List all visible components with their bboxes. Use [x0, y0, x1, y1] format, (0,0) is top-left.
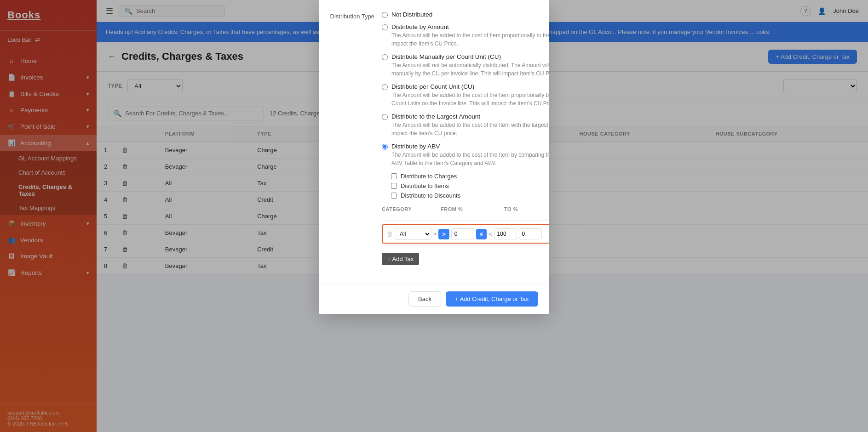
gt-button[interactable]: >	[438, 229, 449, 239]
opt-title: Distribute to the Largest Amount	[391, 113, 549, 120]
dist-radio-by-amount[interactable]	[382, 24, 388, 30]
checkbox-label: Distribute to Charges	[401, 173, 457, 180]
dist-radio-per-cu[interactable]	[382, 84, 388, 90]
dist-radio-manually-cu[interactable]	[382, 54, 388, 60]
checkbox-discounts[interactable]	[391, 193, 397, 199]
lt-symbol: <	[489, 231, 492, 238]
amount-gallon-input[interactable]	[519, 228, 542, 239]
opt-desc: The Amount will be added to the cost of …	[391, 151, 549, 167]
dist-option-manually-cu: Distribute Manually per Count Unit (CU) …	[382, 53, 549, 78]
abv-table-header: CATEGORY FROM % TO % AMOUNT / GALLON	[382, 206, 549, 221]
modal-body: Distribution Type Not Distributed	[319, 0, 549, 284]
checkbox-distribute-items: Distribute to Items	[391, 182, 549, 189]
distribution-options: Not Distributed Distribute by Amount The…	[382, 11, 549, 265]
add-tax-row: + Add Tax	[382, 248, 549, 265]
checkbox-label: Distribute to Discounts	[401, 192, 460, 199]
checkbox-items[interactable]	[391, 183, 397, 189]
distribution-modal: Distribution Type Not Distributed	[319, 0, 549, 314]
opt-desc: The Amount will be added to the cost of …	[391, 31, 549, 48]
checkbox-distribute-charges: Distribute to Charges	[391, 173, 549, 180]
dist-option-largest-amount: Distribute to the Largest Amount The Amo…	[382, 113, 549, 137]
col-from: FROM %	[441, 206, 500, 217]
distribution-type-label: Distribution Type	[330, 11, 375, 20]
opt-title: Distribute by Amount	[391, 23, 549, 30]
modal-footer: Back + Add Credit, Charge or Tax	[319, 284, 549, 314]
modal-overlay: Distribution Type Not Distributed	[0, 0, 868, 432]
opt-title: Distribute by ABV	[391, 143, 549, 150]
back-button[interactable]: Back	[408, 291, 441, 307]
col-category: CATEGORY	[382, 206, 437, 217]
add-credit-charge-tax-submit-button[interactable]: + Add Credit, Charge or Tax	[446, 291, 538, 307]
checkbox-distribute-discounts: Distribute to Discounts	[391, 192, 549, 199]
dist-option-by-abv: Distribute by ABV The Amount will be add…	[382, 143, 549, 167]
dist-option-not-distributed: Not Distributed	[382, 11, 549, 18]
abv-checkboxes: Distribute to Charges Distribute to Item…	[391, 173, 549, 199]
opt-title: Not Distributed	[391, 11, 432, 18]
opt-desc: The Amount will be added to the cost of …	[391, 121, 549, 137]
gte-symbol: ≥	[433, 231, 437, 238]
delete-abv-row-button[interactable]: 🗑	[386, 230, 393, 238]
opt-title: Distribute per Count Unit (CU)	[391, 83, 549, 90]
dist-radio-not-distributed[interactable]	[382, 12, 388, 18]
dist-radio-by-abv[interactable]	[382, 144, 388, 150]
category-select[interactable]: All	[395, 228, 431, 240]
col-to: TO %	[504, 206, 549, 217]
dist-option-per-cu: Distribute per Count Unit (CU) The Amoun…	[382, 83, 549, 108]
abv-data-row: 🗑 All ≥ > ≤ <	[382, 224, 549, 244]
dist-radio-largest-amount[interactable]	[382, 114, 388, 120]
lte-button[interactable]: ≤	[476, 229, 487, 239]
dist-option-by-amount: Distribute by Amount The Amount will be …	[382, 23, 549, 48]
distribution-type-row: Distribution Type Not Distributed	[330, 11, 538, 265]
opt-desc: The Amount will not be automatically dis…	[391, 61, 549, 78]
checkbox-charges[interactable]	[391, 173, 397, 179]
opt-desc: The Amount will be added to the cost of …	[391, 91, 549, 108]
from-value-input[interactable]	[451, 228, 474, 239]
to-value-input[interactable]	[494, 228, 517, 239]
opt-title: Distribute Manually per Count Unit (CU)	[391, 53, 549, 60]
add-tax-button[interactable]: + Add Tax	[382, 253, 419, 265]
checkbox-label: Distribute to Items	[401, 182, 449, 189]
